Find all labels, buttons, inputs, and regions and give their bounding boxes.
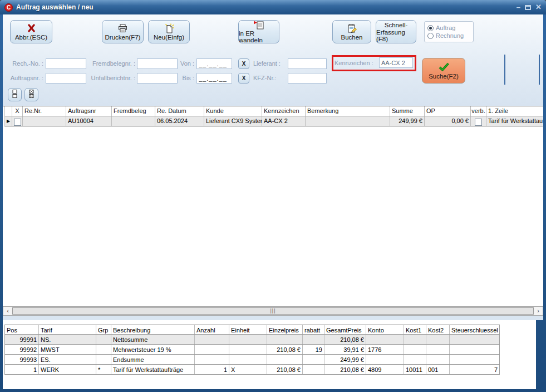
auftragsnr-input[interactable] xyxy=(46,73,86,84)
printer-icon xyxy=(117,23,128,33)
col-fremdbeleg: Fremdbeleg xyxy=(112,106,155,116)
scroll-left-icon[interactable]: ‹ xyxy=(4,307,12,315)
cell-gesamtpreis: 210,08 € xyxy=(324,335,366,344)
buchen-button[interactable]: Buchen xyxy=(332,20,371,43)
col-kost2: Kost2 xyxy=(426,325,450,334)
cell-1-zeile: Tarif für Werkstattau xyxy=(486,116,543,126)
cell-einheit xyxy=(229,355,267,364)
positions-panel: Pos Tarif Grp Beschreibung Anzahl Einhei… xyxy=(3,320,536,389)
col-konto: Konto xyxy=(366,325,404,334)
col-bemerkung: Bemerkung xyxy=(306,106,390,116)
cell-einheit: X xyxy=(229,365,267,374)
cell-anzahl xyxy=(195,355,229,364)
thumb-grip-icon: ||| xyxy=(270,308,276,313)
cell-tarif: WERK xyxy=(39,365,96,374)
cell-grp xyxy=(96,335,111,344)
col-re-datum: Re. Datum xyxy=(155,106,204,116)
schnell-erfassung-button[interactable]: Schnell- Erfassung (F8) xyxy=(376,20,416,43)
convert-document-arrow-icon xyxy=(253,20,264,30)
checkbox-unchecked-icon[interactable] xyxy=(14,119,21,126)
positions-table-header: Pos Tarif Grp Beschreibung Anzahl Einhei… xyxy=(4,325,500,335)
col-op: OP xyxy=(425,106,471,116)
bis-label: Bis : xyxy=(179,73,194,84)
cell-tarif: NS. xyxy=(39,335,96,344)
kennzeichen-highlight-box: Kennzeichen : xyxy=(332,55,416,71)
kennzeichen-input[interactable] xyxy=(379,57,413,68)
minimize-icon[interactable]: – xyxy=(517,3,520,11)
cell-steuerschluessel xyxy=(450,345,500,354)
cancel-x-icon xyxy=(27,23,36,33)
col-pos: Pos xyxy=(4,325,39,334)
cell-grp xyxy=(96,345,111,354)
select-all-button[interactable] xyxy=(24,88,38,101)
col-kunde: Kunde xyxy=(204,106,262,116)
row-select-cell xyxy=(12,116,23,126)
lieferant-input[interactable] xyxy=(288,58,327,69)
von-clear-button[interactable]: X xyxy=(238,58,249,69)
select-none-button[interactable] xyxy=(8,88,22,101)
cell-steuerschluessel xyxy=(450,335,500,344)
row-pointer-icon: ▶ xyxy=(4,116,12,126)
in-er-wandeln-button[interactable]: in ER wandeln xyxy=(238,20,279,43)
order-row[interactable]: ▶ AU10004 06.05.2024 Lieferant CX9 Syste… xyxy=(4,116,543,126)
cell-auftragsnr: AU10004 xyxy=(66,116,112,126)
bis-clear-button[interactable]: X xyxy=(238,73,249,84)
cell-kost2 xyxy=(426,345,450,354)
positions-table: Pos Tarif Grp Beschreibung Anzahl Einhei… xyxy=(4,325,500,375)
neu-button[interactable]: Neu(Einfg) xyxy=(148,20,190,43)
position-row[interactable]: 99993 ES. Endsumme 249,99 € xyxy=(4,355,500,365)
window-title: Auftrag auswählen / neu xyxy=(16,3,94,11)
von-date-input[interactable] xyxy=(196,58,232,69)
cell-einzelpreis: 210,08 € xyxy=(267,365,303,374)
cell-beschreibung: Endsumme xyxy=(111,355,195,364)
cell-einzelpreis: 210,08 € xyxy=(267,345,303,354)
maximize-icon[interactable] xyxy=(525,5,531,10)
cell-gesamtpreis: 210,08 € xyxy=(324,365,366,374)
drucken-label: Drucken(F7) xyxy=(105,34,141,41)
col-renr: Re.Nr. xyxy=(23,106,66,116)
fremdbelegnr-input[interactable] xyxy=(137,58,178,69)
position-row[interactable]: 1 WERK * Tarif für Werkstattaufträge 1 X… xyxy=(4,365,500,375)
mode-radio-group: Auftrag Rechnung xyxy=(424,21,474,42)
titlebar[interactable]: C Auftrag auswählen / neu – ✕ xyxy=(0,0,546,14)
schnell-erfassung-label-line1: Schnell- xyxy=(385,22,408,28)
radio-rechnung[interactable]: Rechnung xyxy=(427,32,470,39)
cell-fremdbeleg xyxy=(112,116,155,126)
suche-button[interactable]: Suche(F2) xyxy=(422,58,465,84)
radio-auftrag[interactable]: Auftrag xyxy=(427,24,470,31)
cell-tarif: ES. xyxy=(39,355,96,364)
cell-kost1: 10011 xyxy=(404,365,426,374)
abbrechen-button[interactable]: Abbr.(ESC) xyxy=(10,20,52,43)
checkbox-unchecked-icon[interactable] xyxy=(475,119,482,126)
cell-anzahl xyxy=(195,335,229,344)
cell-summe: 249,99 € xyxy=(390,116,425,126)
lieferant-label: Lieferant : xyxy=(253,58,286,69)
position-row[interactable]: 99992 MWST Mehrwertsteuer 19 % 210,08 € … xyxy=(4,345,500,355)
rech-no-input[interactable] xyxy=(46,58,86,69)
drucken-button[interactable]: Drucken(F7) xyxy=(102,20,144,43)
cell-gesamtpreis: 249,99 € xyxy=(324,355,366,364)
cell-steuerschluessel: 7 xyxy=(450,365,500,374)
cell-kost2: 001 xyxy=(426,365,450,374)
cell-tarif: MWST xyxy=(39,345,96,354)
bis-date-input[interactable] xyxy=(196,73,232,84)
horizontal-scrollbar[interactable]: ‹ ||| › xyxy=(3,306,543,316)
position-row[interactable]: 99991 NS. Nettosumme 210,08 € xyxy=(4,335,500,345)
cell-konto: 4809 xyxy=(366,365,404,374)
cell-kost1 xyxy=(404,335,426,344)
cell-kost2 xyxy=(426,335,450,344)
col-tarif: Tarif xyxy=(39,325,96,334)
kfz-nr-input[interactable] xyxy=(288,73,327,84)
squares-empty-icon xyxy=(12,89,18,101)
cell-konto xyxy=(366,355,404,364)
cell-kost2 xyxy=(426,355,450,364)
col-x: X xyxy=(12,106,23,116)
scrollbar-thumb[interactable]: ||| xyxy=(12,307,534,315)
col-kost1: Kost1 xyxy=(404,325,426,334)
scroll-right-icon[interactable]: › xyxy=(534,307,542,315)
radio-auftrag-label: Auftrag xyxy=(436,24,455,31)
close-icon[interactable]: ✕ xyxy=(535,3,542,11)
cell-steuerschluessel xyxy=(450,355,500,364)
schnell-erfassung-label-line2: Erfassung (F8) xyxy=(376,29,416,42)
unfallberichtnr-input[interactable] xyxy=(137,73,178,84)
